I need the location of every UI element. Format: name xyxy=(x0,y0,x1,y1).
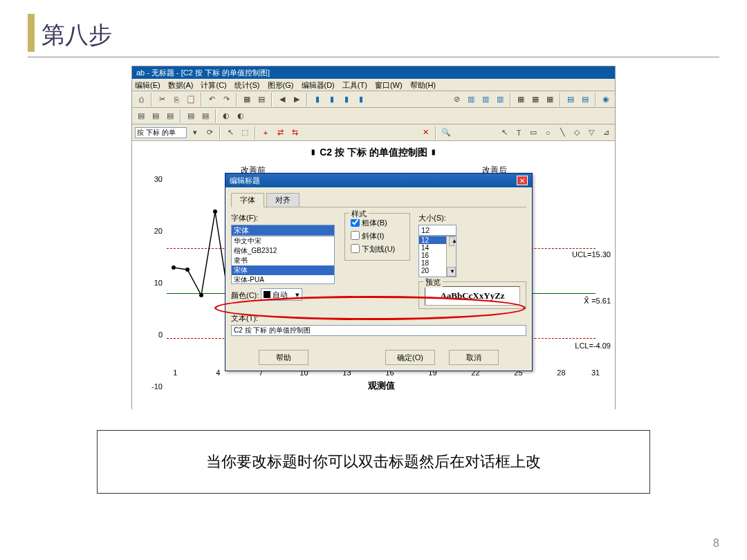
ytick: -10 xyxy=(151,382,163,391)
xtick: 31 xyxy=(591,368,600,377)
guide-icon[interactable]: ◉ xyxy=(600,93,612,106)
range-icon[interactable]: ⇄ xyxy=(274,127,286,139)
print-icon[interactable]: ⎙ xyxy=(135,93,147,106)
form-icon[interactable]: ▤ xyxy=(255,93,268,106)
circle-tool-icon[interactable]: ○ xyxy=(542,127,554,139)
chart-btn-1[interactable]: ▮ xyxy=(311,93,324,106)
menu-window[interactable]: 窗口(W) xyxy=(375,81,403,89)
ytick: 30 xyxy=(154,175,163,183)
ytick: 10 xyxy=(154,279,163,287)
chart-ic-4[interactable]: ▤ xyxy=(185,110,197,122)
chart-ic-6[interactable]: ◐ xyxy=(220,110,232,122)
svg-point-3 xyxy=(213,209,217,214)
font-option[interactable]: 宋体 xyxy=(232,265,334,275)
separator xyxy=(595,93,596,106)
svg-point-0 xyxy=(172,265,176,270)
crosshair-icon[interactable]: + xyxy=(259,127,272,139)
next-icon[interactable]: ▶ xyxy=(290,93,303,106)
close-icon[interactable]: ✕ xyxy=(517,176,528,185)
undo-icon[interactable]: ↶ xyxy=(205,93,218,106)
font-option[interactable]: 华文中宋 xyxy=(232,236,334,246)
font-option[interactable]: 楷体_GB2312 xyxy=(232,246,334,256)
app-menubar[interactable]: 编辑(E) 数据(A) 计算(C) 统计(S) 图形(G) 编辑器(D) 工具(… xyxy=(132,79,615,91)
ok-button[interactable]: 确定(O) xyxy=(385,350,435,365)
ucl-label: UCL=15.30 xyxy=(572,250,611,259)
menu-data[interactable]: 数据(A) xyxy=(168,81,194,89)
arrow-tool-icon[interactable]: ↖ xyxy=(498,127,510,139)
tab-align[interactable]: 对齐 xyxy=(266,193,299,207)
separator xyxy=(560,93,561,106)
edit-title-dialog: 编辑标题 ✕ 字体 对齐 字体(F): 华文中宋 楷体_GB2312 隶书 宋体… xyxy=(225,173,533,371)
scroll-up-icon[interactable]: ▲ xyxy=(449,236,454,246)
chart-ic-7[interactable]: ◐ xyxy=(234,110,247,122)
font-option[interactable]: 隶书 xyxy=(232,256,334,265)
report-icon[interactable]: ▦ xyxy=(544,93,556,106)
chart-btn-4[interactable]: ▮ xyxy=(355,93,367,106)
info-icon[interactable]: ▤ xyxy=(579,93,591,106)
sheet-icon[interactable]: ▦ xyxy=(241,93,253,106)
size-input[interactable] xyxy=(418,225,456,236)
dd-icon[interactable]: ▾ xyxy=(189,127,201,139)
chart-ic-3[interactable]: ▤ xyxy=(164,110,176,122)
cancel-last-icon[interactable]: ⊘ xyxy=(450,93,463,106)
polyline-tool-icon[interactable]: ⊿ xyxy=(600,127,612,139)
chart-ic-1[interactable]: ▤ xyxy=(135,110,147,122)
title-text-input[interactable] xyxy=(231,325,526,336)
refresh-icon[interactable]: ⟳ xyxy=(203,127,216,139)
brush2-icon[interactable]: ⇆ xyxy=(288,127,301,139)
text-tool-icon[interactable]: T xyxy=(513,127,525,139)
chart-ic-5[interactable]: ▤ xyxy=(199,110,212,122)
menu-calc[interactable]: 计算(C) xyxy=(201,81,226,89)
toolbar-field[interactable] xyxy=(135,127,187,138)
font-list[interactable]: 华文中宋 楷体_GB2312 隶书 宋体 宋体-PUA 宋体-方正超大字符集 新… xyxy=(231,236,335,284)
size-list[interactable]: 12 14 16 18 20 ▲ ▼ xyxy=(418,236,456,277)
size-label: 大小(S): xyxy=(418,213,526,223)
scroll-down-icon[interactable]: ▼ xyxy=(447,267,456,277)
close-tool-icon[interactable]: ✕ xyxy=(419,127,432,139)
menu-help[interactable]: 帮助(H) xyxy=(410,81,436,89)
graph-win-icon[interactable]: ▦ xyxy=(529,93,542,106)
help-button[interactable]: 帮助 xyxy=(259,350,308,365)
cancel-button[interactable]: 取消 xyxy=(449,350,499,365)
menu-edit[interactable]: 编辑(E) xyxy=(135,81,160,89)
cut-icon[interactable]: ✂ xyxy=(156,93,168,106)
pointer-icon[interactable]: ↖ xyxy=(224,127,237,139)
underline-checkbox[interactable]: 下划线(U) xyxy=(351,244,404,254)
y-axis: 30 20 10 0 -10 xyxy=(146,179,165,386)
caption-text: 当你要改标题时你可以双击标题然后在对话框上改 xyxy=(206,453,541,470)
italic-checkbox[interactable]: 斜体(I) xyxy=(351,231,404,241)
chart-btn-3[interactable]: ▮ xyxy=(340,93,353,106)
toolbar-2: ▤ ▤ ▤ ▤ ▤ ◐ ◐ xyxy=(132,108,615,124)
tab-font[interactable]: 字体 xyxy=(231,193,264,207)
paste-icon[interactable]: 📋 xyxy=(185,93,197,106)
zoom-icon[interactable]: 🔍 xyxy=(440,127,452,139)
xtick: 1 xyxy=(173,368,177,377)
select-icon[interactable]: ⬚ xyxy=(239,127,251,139)
menu-tools[interactable]: 工具(T) xyxy=(342,81,367,89)
menu-graph[interactable]: 图形(G) xyxy=(268,81,294,89)
font-option[interactable]: 宋体-PUA xyxy=(232,275,334,284)
rect-tool-icon[interactable]: ▭ xyxy=(527,127,540,139)
size-scrollbar[interactable]: ▲ ▼ xyxy=(446,236,456,277)
brush-icon[interactable]: ▤ xyxy=(564,93,577,106)
chart-btn-2[interactable]: ▮ xyxy=(326,93,338,106)
menu-stat[interactable]: 统计(S) xyxy=(234,81,260,89)
color-select[interactable]: 自动 ▾ xyxy=(261,288,302,301)
chart-ic-2[interactable]: ▤ xyxy=(149,110,162,122)
win-2-icon[interactable]: ▥ xyxy=(479,93,492,106)
prev-icon[interactable]: ◀ xyxy=(276,93,288,106)
bold-checkbox[interactable]: 粗体(B) xyxy=(351,218,404,228)
font-input[interactable] xyxy=(231,225,335,236)
copy-icon[interactable]: ⎘ xyxy=(170,93,183,106)
win-1-icon[interactable]: ▥ xyxy=(465,93,477,106)
marker-tool-icon[interactable]: ▽ xyxy=(585,127,598,139)
session-icon[interactable]: ▦ xyxy=(515,93,527,106)
line-tool-icon[interactable]: ╲ xyxy=(556,127,569,139)
chart-title[interactable]: C2 按 下标 的单值控制图 xyxy=(132,141,615,165)
menu-editor[interactable]: 编辑器(D) xyxy=(302,81,335,89)
redo-icon[interactable]: ↷ xyxy=(220,93,232,106)
poly-tool-icon[interactable]: ◇ xyxy=(571,127,583,139)
dialog-titlebar[interactable]: 编辑标题 ✕ xyxy=(225,174,532,187)
app-titlebar: ab - 无标题 - [C2 按 下标 的单值控制图] xyxy=(132,66,615,79)
win-3-icon[interactable]: ▥ xyxy=(494,93,506,106)
